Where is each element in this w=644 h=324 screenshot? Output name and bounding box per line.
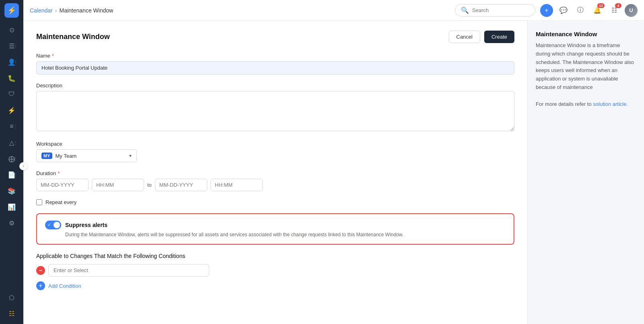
notification-badge: 12 — [597, 3, 605, 8]
workspace-label: Workspace — [36, 141, 514, 147]
book-icon[interactable]: 📚 — [4, 184, 19, 198]
condition-input[interactable] — [48, 264, 209, 277]
right-panel: Maintenance Window Maintenance Window is… — [527, 21, 644, 324]
list-dots: ⋮ — [13, 124, 18, 129]
suppress-alerts-box: ✓ Suppress alerts During the Maintenance… — [36, 213, 514, 245]
page-title-row: Maintenance Window Cancel Create — [36, 31, 514, 43]
duration-row: to — [36, 179, 514, 191]
name-required: * — [52, 53, 54, 59]
rp-body-text1: Maintenance Window is a timeframe during… — [536, 42, 634, 90]
conditions-group: Applicable to Changes That Match the Fol… — [36, 253, 514, 290]
help-icon[interactable]: ⓘ — [574, 4, 587, 17]
app-logo[interactable]: ⚡ — [4, 3, 19, 18]
home-icon[interactable]: ⊙ — [4, 23, 19, 37]
add-condition-icon: + — [36, 281, 45, 290]
duration-field-group: Duration* to — [36, 170, 514, 191]
workspace-select[interactable]: MY My Team ▾ — [36, 149, 137, 162]
duration-label: Duration* — [36, 170, 514, 176]
sidebar: › ⚡ ⊙ ☰ ⋮ 👤 ⋮ 🐛 🛡 ⚡ ≡ ⋮ △ ⋮ ⨁ ⋮ 📄 ⋮ 📚 📊 … — [0, 0, 23, 324]
description-field-group: Description — [36, 83, 514, 133]
suppress-title: Suppress alerts — [65, 222, 107, 228]
users-dots: ⋮ — [13, 60, 18, 64]
rp-body-text2: For more details refer to — [536, 101, 592, 107]
workspace-field-group: Workspace MY My Team ▾ — [36, 141, 514, 162]
main-wrapper: Maintenance Window Cancel Create Name* D… — [23, 21, 644, 324]
cancel-button[interactable]: Cancel — [449, 31, 480, 43]
toggle-knob — [54, 222, 60, 228]
name-field-group: Name* — [36, 53, 514, 74]
toggle-check-icon: ✓ — [47, 222, 51, 227]
apps-icon[interactable]: ☷ 4 — [608, 4, 621, 17]
solution-article-link[interactable]: solution article. — [593, 101, 628, 107]
workspace-badge: MY — [41, 153, 52, 159]
chart-icon[interactable]: 📊 — [4, 200, 19, 214]
duration-to-label: to — [147, 182, 152, 188]
search-box[interactable]: 🔍 — [455, 4, 535, 17]
duration-required: * — [58, 170, 60, 176]
breadcrumb: Calendar › Maintenance Window — [30, 7, 113, 14]
suppress-toggle[interactable]: ✓ — [45, 221, 61, 229]
workspace-value: My Team — [56, 153, 77, 159]
create-button[interactable]: Create — [484, 31, 514, 43]
search-input[interactable] — [472, 7, 529, 13]
suppress-description: During the Maintenance Window, alerts wi… — [65, 232, 506, 237]
suppress-header: ✓ Suppress alerts — [45, 221, 506, 229]
bug-icon[interactable]: 🐛 — [4, 71, 19, 85]
power-icon[interactable]: ⚡ — [4, 103, 19, 118]
topbar: Calendar › Maintenance Window 🔍 + 💬 ⓘ 🔔 … — [23, 0, 644, 21]
grid-icon[interactable]: ☷ — [4, 306, 19, 321]
shield-icon[interactable]: 🛡 — [4, 87, 19, 101]
add-button[interactable]: + — [540, 4, 553, 17]
breadcrumb-current: Maintenance Window — [60, 7, 114, 14]
repeat-field-group: Repeat every — [36, 199, 514, 205]
repeat-checkbox[interactable] — [36, 199, 42, 205]
settings-icon[interactable]: ⚙ — [4, 216, 19, 230]
breadcrumb-separator: › — [55, 7, 57, 14]
alert-badge: 4 — [615, 3, 621, 8]
user-avatar[interactable]: U — [625, 4, 638, 17]
start-date-input[interactable] — [36, 179, 89, 191]
name-input[interactable] — [36, 61, 514, 74]
description-label: Description — [36, 83, 514, 89]
add-condition-label: Add Condition — [48, 283, 81, 289]
page-title: Maintenance Window — [36, 33, 110, 41]
sidebar-expand-button[interactable]: › — [19, 162, 27, 170]
repeat-label: Repeat every — [45, 199, 76, 205]
breadcrumb-calendar[interactable]: Calendar — [30, 7, 53, 14]
chat-icon[interactable]: 💬 — [557, 4, 570, 17]
cube-icon[interactable]: ⬡ — [4, 290, 19, 305]
conditions-title: Applicable to Changes That Match the Fol… — [36, 253, 514, 259]
search-icon: 🔍 — [461, 6, 469, 14]
condition-row: − — [36, 264, 514, 277]
name-label: Name* — [36, 53, 514, 59]
inbox-dots: ⋮ — [13, 43, 18, 48]
description-input[interactable] — [36, 91, 514, 131]
start-time-input[interactable] — [92, 179, 144, 191]
topbar-actions: + 💬 ⓘ 🔔 12 ☷ 4 U — [540, 4, 638, 17]
chevron-down-icon: ▾ — [129, 153, 132, 159]
layers-dots: ⋮ — [13, 156, 18, 161]
add-condition-row[interactable]: + Add Condition — [36, 281, 514, 290]
form-area: Maintenance Window Cancel Create Name* D… — [23, 21, 527, 324]
end-time-input[interactable] — [211, 179, 263, 191]
alert-dots: ⋮ — [13, 140, 18, 145]
page-title-actions: Cancel Create — [449, 31, 515, 43]
end-date-input[interactable] — [155, 179, 207, 191]
repeat-row: Repeat every — [36, 199, 514, 205]
remove-condition-button[interactable]: − — [36, 266, 45, 275]
notification-bell[interactable]: 🔔 12 — [591, 4, 604, 17]
docs-dots: ⋮ — [13, 172, 18, 177]
rp-body: Maintenance Window is a timeframe during… — [536, 41, 636, 108]
rp-title: Maintenance Window — [536, 31, 636, 37]
